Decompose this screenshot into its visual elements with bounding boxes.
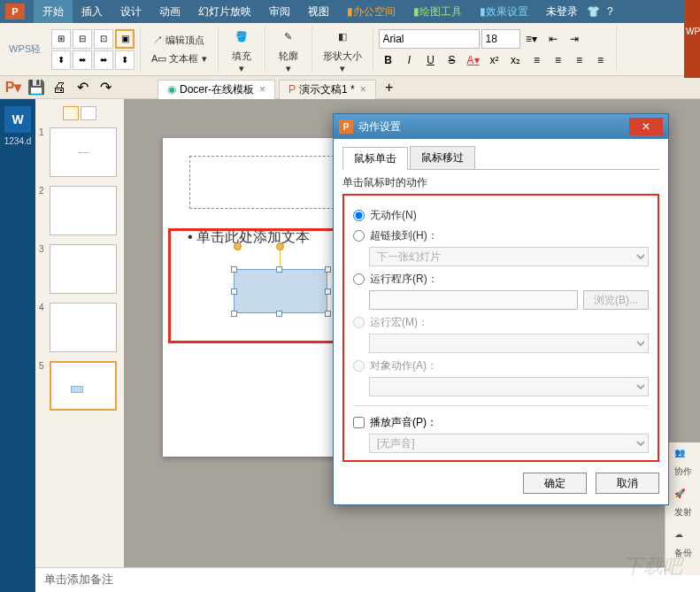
play-sound-checkbox[interactable]: 播放声音(P)： [353, 415, 649, 430]
word-doc-icon[interactable]: W [4, 106, 31, 133]
handle-w[interactable] [231, 288, 237, 295]
handle-se[interactable] [325, 311, 331, 317]
sound-select[interactable]: [无声音] [369, 434, 649, 453]
shape-align-group: ⊞ ⊟ ⊡ ▣ ⬍ ⬌ ⬌ ⬍ [46, 27, 141, 72]
underline-button[interactable]: U [421, 50, 441, 70]
hyperlink-target-select[interactable]: 下一张幻灯片 [369, 247, 649, 266]
subscript-button[interactable]: x₂ [506, 50, 526, 70]
dist-3[interactable]: ⬌ [94, 50, 113, 70]
thumb-4[interactable]: 4 [39, 303, 120, 352]
selected-shape[interactable] [234, 269, 327, 313]
radio-run-macro: 运行宏(M)： [353, 315, 649, 330]
align-left[interactable]: ≡ [527, 50, 547, 70]
redo-icon[interactable]: ↷ [96, 79, 115, 96]
menu-insert[interactable]: 插入 [73, 0, 112, 23]
superscript-button[interactable]: x² [485, 50, 504, 70]
handle-n[interactable] [276, 266, 282, 273]
handle-sw[interactable] [231, 311, 237, 317]
font-family-select[interactable] [379, 29, 480, 49]
align-right[interactable]: ≡ [570, 50, 589, 70]
thumbnail-panel: 1— — 2 3 4 5 [35, 99, 124, 567]
menu-drawing-tools[interactable]: ▮绘图工具 [404, 0, 471, 23]
align-2[interactable]: ⊟ [73, 29, 92, 49]
new-tab-icon[interactable]: + [380, 79, 399, 96]
align-center[interactable]: ≡ [549, 50, 568, 70]
print-icon[interactable]: 🖨 [50, 79, 69, 96]
align-4[interactable]: ▣ [115, 29, 135, 49]
docer-tab[interactable]: ◉Docer-在线模板× [158, 80, 275, 99]
menu-workspace[interactable]: ▮办公空间 [338, 0, 404, 23]
textbox-button[interactable]: A▭ 文本框 ▾ [146, 50, 212, 67]
align-justify[interactable]: ≡ [591, 50, 611, 70]
dialog-close-button[interactable]: ✕ [629, 118, 663, 135]
indent-inc[interactable]: ⇥ [565, 29, 584, 49]
bold-button[interactable]: B [379, 50, 398, 70]
handle-s[interactable] [276, 311, 282, 317]
rotation-handle-2[interactable] [276, 242, 284, 250]
menu-start[interactable]: 开始 [34, 0, 73, 23]
thumb-1[interactable]: 1— — [39, 127, 120, 177]
radio-run-program[interactable]: 运行程序(R)： [353, 272, 649, 287]
macro-select [369, 334, 649, 353]
bullets-button[interactable]: ≡▾ [522, 29, 542, 49]
handle-ne[interactable] [325, 266, 331, 273]
radio-none[interactable]: 无动作(N) [353, 208, 649, 223]
dialog-titlebar[interactable]: P 动作设置 ✕ [334, 114, 668, 139]
dialog-title: 动作设置 [358, 119, 401, 135]
menu-effects[interactable]: ▮效果设置 [471, 0, 537, 23]
dist-2[interactable]: ⬌ [73, 50, 92, 70]
help-icon[interactable]: ? [607, 5, 613, 18]
menu-login[interactable]: 未登录 [537, 0, 587, 23]
align-3[interactable]: ⊡ [94, 29, 113, 49]
align-1[interactable]: ⊞ [51, 29, 71, 49]
font-color-button[interactable]: A▾ [464, 50, 483, 70]
undo-icon[interactable]: ↶ [73, 79, 92, 96]
menu-review[interactable]: 审阅 [260, 0, 299, 23]
notes-pane[interactable]: 单击添加备注 [35, 567, 700, 592]
indent-dec[interactable]: ⇤ [543, 29, 563, 49]
appearance-icon[interactable]: 👕 [587, 5, 600, 18]
italic-button[interactable]: I [400, 50, 419, 70]
rotation-handle-1[interactable] [234, 242, 242, 250]
thumb-3[interactable]: 3 [39, 244, 120, 294]
handle-e[interactable] [325, 288, 331, 295]
shape-size-button[interactable]: ◧形状大小▾ [318, 23, 367, 76]
strike-button[interactable]: S [442, 50, 462, 70]
close-doc-icon[interactable]: × [360, 83, 366, 96]
menu-slideshow[interactable]: 幻灯片放映 [189, 0, 260, 23]
slide-view-button[interactable] [81, 106, 96, 120]
fill-button[interactable]: 🪣填充▾ [224, 23, 259, 76]
dialog-app-icon: P [339, 119, 353, 134]
ok-button[interactable]: 确定 [523, 473, 587, 494]
dist-4[interactable]: ⬍ [115, 50, 135, 70]
thumb-5[interactable]: 5 [39, 361, 120, 411]
app-menu-icon[interactable]: P▾ [4, 79, 23, 96]
edit-vertex-button[interactable]: ↗ 编辑顶点 [146, 32, 212, 49]
menu-design[interactable]: 设计 [112, 0, 150, 23]
tab-hover[interactable]: 鼠标移过 [410, 146, 475, 169]
tab-click[interactable]: 鼠标单击 [342, 147, 408, 170]
options-highlight-box: 无动作(N) 超链接到(H)： 下一张幻灯片 运行程序(R)： 浏览(B)...… [342, 194, 659, 462]
cancel-button[interactable]: 取消 [596, 473, 659, 494]
handle-nw[interactable] [231, 266, 237, 273]
send-button[interactable]: 🚀发射 [674, 488, 692, 519]
menubar: P 开始 插入 设计 动画 幻灯片放映 审阅 视图 ▮办公空间 ▮绘图工具 ▮效… [0, 0, 700, 23]
collab-button[interactable]: 👥协作 [674, 448, 692, 478]
font-size-select[interactable] [481, 29, 520, 49]
outline-view-button[interactable] [63, 106, 79, 120]
save-icon[interactable]: 💾 [27, 79, 46, 96]
dist-1[interactable]: ⬍ [51, 50, 71, 70]
document-tab[interactable]: P演示文稿1 *× [279, 80, 376, 99]
object-action-select [369, 377, 649, 396]
action-settings-dialog: P 动作设置 ✕ 鼠标单击 鼠标移过 单击鼠标时的动作 无动作(N) 超链接到(… [333, 113, 669, 505]
thumb-2[interactable]: 2 [39, 186, 120, 235]
menu-animation[interactable]: 动画 [150, 0, 189, 23]
radio-object-action: 对象动作(A)： [353, 358, 649, 373]
browse-button[interactable]: 浏览(B)... [583, 290, 649, 310]
outline-button[interactable]: ✎轮廓▾ [271, 23, 306, 76]
radio-hyperlink[interactable]: 超链接到(H)： [353, 228, 649, 243]
close-docer-icon[interactable]: × [259, 83, 265, 96]
dialog-tabs: 鼠标单击 鼠标移过 [342, 146, 659, 170]
program-path-input[interactable] [369, 290, 578, 310]
menu-view[interactable]: 视图 [299, 0, 338, 23]
